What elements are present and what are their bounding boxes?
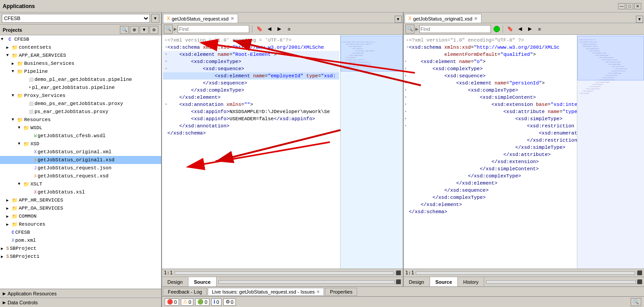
code2-line-18: </xsd:extension>: [409, 158, 539, 165]
green-dot: [494, 26, 500, 32]
live-issues-tab[interactable]: Live Issues: getJobStatus_request.xsd - …: [208, 288, 324, 296]
code2-line-21: </xsd:element>: [409, 180, 498, 187]
tree-item-ps-proxy[interactable]: ⬜ ps_ear_getJobStatus.proxy: [0, 108, 161, 116]
cfesb-select[interactable]: CFESB: [2, 14, 150, 23]
tree-item-original-xml[interactable]: X getJobStatus_original.xml: [0, 148, 161, 156]
code2-line-10: <xsd:extension base="xsd:integer">: [409, 101, 577, 108]
cfesb-dropdown-btn[interactable]: ▼: [151, 14, 159, 23]
tree-item-app-oa[interactable]: ▶ 📁 APP_OA_SERVICES: [0, 204, 161, 212]
editor1-code[interactable]: ▸ <?xml version = '1.0' encoding = 'UTF-…: [162, 35, 340, 269]
editor1-tab-menu[interactable]: ▼: [395, 16, 402, 23]
tree-area[interactable]: ▼ C CFESB ▶ 📁 contentsets ▼ 📁 APP_EAR_SE…: [0, 35, 161, 289]
tree-item-cfesb-file[interactable]: C CFESB: [0, 228, 161, 236]
info-green-status[interactable]: 🟢 0: [195, 299, 209, 306]
editor2-scrollbar[interactable]: [416, 271, 635, 275]
code-line-7: </xsd:sequence>: [167, 80, 247, 87]
editor2-tab-close[interactable]: ✕: [474, 16, 478, 21]
warning-status[interactable]: ⚠ 0: [181, 299, 193, 306]
app-resources-item[interactable]: ▶ Application Resources: [0, 289, 161, 298]
editor2-history-tab[interactable]: History: [458, 277, 484, 286]
tree-item-resources[interactable]: ▼ 📁 Resources: [0, 116, 161, 124]
tree-label-cfesb-file: CFESB: [15, 230, 30, 235]
editor1-source-tab[interactable]: Source: [188, 277, 216, 286]
tree-label-pipeline: Pipeline: [24, 69, 48, 74]
tree-item-app-hr[interactable]: ▶ 📁 APP_HR_SERVICES: [0, 196, 161, 204]
tree-item-pom[interactable]: X pom.xml: [0, 236, 161, 244]
error-status[interactable]: 🔴 0: [165, 299, 179, 306]
editor1-scrollbar[interactable]: [175, 271, 394, 275]
editor1-menu-btn[interactable]: ≡: [285, 25, 294, 34]
close-btn[interactable]: ✕: [634, 3, 641, 9]
custom-status[interactable]: ⚙ 0: [223, 299, 236, 306]
editor2-container: ▸ <?xml version="1.0" encoding="UTF-8" ?…: [404, 35, 644, 269]
editor1-bookmark-btn[interactable]: 🔖: [255, 25, 264, 34]
editor1-hscroll[interactable]: ⬛: [217, 277, 403, 286]
tree-item-request-xsd[interactable]: X getJobStatus_request.xsd: [0, 172, 161, 180]
tree-item-proxy-services[interactable]: ▼ 📁 Proxy_Services: [0, 92, 161, 100]
tree-item-sbproject[interactable]: ▶ S SBProject: [0, 244, 161, 252]
tree-gear-btn[interactable]: ⚙: [149, 26, 158, 34]
tree-filter-btn[interactable]: ▼: [140, 26, 149, 34]
editor2-search-input[interactable]: [419, 25, 491, 33]
tree-item-demo-pipeline[interactable]: ⬜ demo_pl_ear_getJobStatus.pipeline: [0, 76, 161, 84]
tree-item-sbproject1[interactable]: ▶ S SBProject1: [0, 252, 161, 261]
editor2-next-btn[interactable]: ▶: [525, 25, 534, 34]
code2-line-5: <xsd:complexType>: [409, 65, 483, 72]
editor1-tabbar: X getJobStatus_request.xsd ✕ ▼: [162, 13, 403, 23]
tree-item-request-json[interactable]: J getJobStatus_request.json: [0, 164, 161, 172]
properties-tab[interactable]: Properties: [325, 288, 357, 296]
editor2-tab-menu[interactable]: ▼: [636, 16, 643, 23]
tree-item-xsd[interactable]: ▼ 📁 XSD: [0, 140, 161, 148]
editor2-prev-btn[interactable]: ◀: [516, 25, 525, 34]
tree-item-getjobstatus-xsl[interactable]: X getJobStatus.xsl: [0, 188, 161, 196]
tree-item-cfesb[interactable]: ▼ C CFESB: [0, 35, 161, 43]
tree-btn1[interactable]: ⊕: [130, 26, 139, 34]
live-issues-close[interactable]: ✕: [316, 290, 320, 294]
editor2-design-tab[interactable]: Design: [404, 277, 430, 286]
tree-item-pl-pipeline[interactable]: ● pl_ear_getJobStatus.pipeline: [0, 84, 161, 92]
editor2-menu-btn[interactable]: ≡: [535, 25, 544, 34]
tree-item-pipeline[interactable]: ▼ 📁 Pipeline: [0, 67, 161, 76]
editor2-minimap: <?xml version="1.0"?> <xsd:schema xmlns:…: [577, 35, 644, 269]
tree-item-wsdl[interactable]: ▼ 📁 WSDL: [0, 124, 161, 132]
editor1-search-input[interactable]: [178, 25, 249, 33]
editor1-search-btn[interactable]: 🔍: [164, 25, 173, 34]
tree-label-xslt: XSLT: [30, 181, 42, 187]
editor1-prev-btn[interactable]: ◀: [265, 25, 274, 34]
editor2-tab[interactable]: X getJobStatus_original1.xsd ✕: [405, 14, 482, 23]
info-count: 0: [216, 299, 219, 305]
code-line-1: <?xml version = '1.0' encoding = 'UTF-8'…: [167, 37, 291, 44]
minimize-btn[interactable]: —: [618, 3, 625, 9]
tree-item-demo-proxy[interactable]: ⬜ demo_ps_ear_getJobStatus.proxy: [0, 100, 161, 108]
tree-search-btn[interactable]: 🔍: [120, 26, 129, 34]
tree-item-cfesb-wsdl[interactable]: W getJobStatus_cfesb.wsdl: [0, 132, 161, 140]
tree-item-original1-xsd[interactable]: X getJobStatus_original1.xsd: [0, 156, 161, 164]
editor2-hscroll[interactable]: ⬛: [484, 277, 644, 286]
tree-label-pl-pipeline: pl_ear_getJobStatus.pipeline: [32, 85, 115, 90]
editor2-source-tab[interactable]: Source: [430, 277, 458, 286]
maximize-btn[interactable]: □: [626, 3, 633, 9]
editor2-tabbar: X getJobStatus_original1.xsd ✕ ▼: [404, 13, 644, 23]
editor2-toolbar: 🔍 ▶ 🔖 ◀ ▶ ≡: [404, 23, 644, 35]
code2-line-13: <xsd:restriction base="xsd:stri: [409, 122, 577, 130]
editor1-design-tab[interactable]: Design: [162, 277, 188, 286]
editor1-position: 1:1: [164, 270, 173, 276]
feedback-log-tab[interactable]: Feedback - Log: [163, 288, 207, 296]
editor2-search-btn[interactable]: 🔍: [405, 25, 414, 34]
tree-item-contentsets[interactable]: ▶ 📁 contentsets: [0, 43, 161, 51]
tree-item-resources2[interactable]: ▶ 📁 Resources: [0, 220, 161, 228]
editor1-next-btn[interactable]: ▶: [275, 25, 284, 34]
search-right[interactable]: 🔍: [631, 298, 641, 306]
tree-item-xslt[interactable]: ▼ 📁 XSLT: [0, 180, 161, 188]
editor2-code[interactable]: ▸ <?xml version="1.0" encoding="UTF-8" ?…: [404, 35, 577, 269]
data-controls-item[interactable]: ▶ Data Controls: [0, 298, 161, 307]
editor1-tab-close[interactable]: ✕: [230, 16, 234, 21]
editor2-bookmark-btn[interactable]: 🔖: [506, 25, 515, 34]
tree-item-app-ear[interactable]: ▼ 📁 APP_EAR_SERVICES: [0, 51, 161, 59]
code-line-14: </xsd:schema>: [167, 130, 206, 137]
tree-item-common[interactable]: ▶ 📁 COMMON: [0, 212, 161, 220]
info-status[interactable]: ℹ 0: [211, 299, 221, 306]
tree-item-business[interactable]: ▶ 📁 Business_Services: [0, 59, 161, 67]
editor1-tab[interactable]: X getJobStatus_request.xsd ✕: [163, 14, 238, 23]
main-content: CFESB ▼ Projects 🔍 ⊕ ▼ ⚙: [0, 13, 644, 307]
